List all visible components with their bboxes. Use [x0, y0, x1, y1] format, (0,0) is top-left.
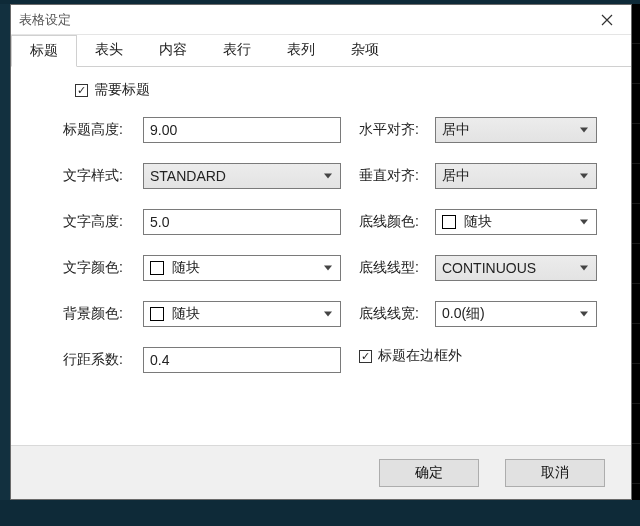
- line-spacing-input[interactable]: 0.4: [143, 347, 341, 373]
- line-type-label: 底线线型:: [359, 259, 435, 277]
- line-width-select[interactable]: 0.0(细): [435, 301, 597, 327]
- line-color-label: 底线颜色:: [359, 213, 435, 231]
- tab-misc[interactable]: 杂项: [333, 35, 397, 66]
- ok-button[interactable]: 确定: [379, 459, 479, 487]
- tab-column[interactable]: 表列: [269, 35, 333, 66]
- line-color-select[interactable]: 随块: [435, 209, 597, 235]
- color-swatch-icon: [150, 261, 164, 275]
- line-color-value: 随块: [464, 213, 492, 231]
- bg-color-label: 背景颜色:: [63, 305, 143, 323]
- text-color-select[interactable]: 随块: [143, 255, 341, 281]
- dialog-footer: 确定 取消: [11, 445, 631, 499]
- bg-color-value: 随块: [172, 305, 200, 323]
- close-icon: [601, 14, 613, 26]
- title-outside-checkbox[interactable]: ✓: [359, 350, 372, 363]
- line-width-label: 底线线宽:: [359, 305, 435, 323]
- text-height-label: 文字高度:: [63, 213, 143, 231]
- halign-label: 水平对齐:: [359, 121, 435, 139]
- valign-label: 垂直对齐:: [359, 167, 435, 185]
- line-spacing-label: 行距系数:: [63, 351, 143, 369]
- color-swatch-icon: [150, 307, 164, 321]
- cancel-button[interactable]: 取消: [505, 459, 605, 487]
- need-title-label: 需要标题: [94, 81, 150, 99]
- title-outside-label: 标题在边框外: [378, 347, 462, 365]
- title-height-label: 标题高度:: [63, 121, 143, 139]
- tab-pane-title: ✓ 需要标题 标题高度: 9.00 文字样式: STANDARD 文字高度: 5…: [11, 67, 631, 401]
- text-color-value: 随块: [172, 259, 200, 277]
- table-settings-dialog: 表格设定 标题 表头 内容 表行 表列 杂项 ✓ 需要标题 标题高度:: [10, 4, 632, 500]
- window-title: 表格设定: [19, 11, 71, 29]
- tab-strip: 标题 表头 内容 表行 表列 杂项: [11, 35, 631, 67]
- text-style-label: 文字样式:: [63, 167, 143, 185]
- left-column: 标题高度: 9.00 文字样式: STANDARD 文字高度: 5.0 文字颜色…: [63, 117, 341, 393]
- bg-color-select[interactable]: 随块: [143, 301, 341, 327]
- tab-row[interactable]: 表行: [205, 35, 269, 66]
- valign-select[interactable]: 居中: [435, 163, 597, 189]
- color-swatch-icon: [442, 215, 456, 229]
- halign-select[interactable]: 居中: [435, 117, 597, 143]
- text-color-label: 文字颜色:: [63, 259, 143, 277]
- title-height-input[interactable]: 9.00: [143, 117, 341, 143]
- line-type-select[interactable]: CONTINUOUS: [435, 255, 597, 281]
- titlebar: 表格设定: [11, 5, 631, 35]
- right-column: 水平对齐: 居中 垂直对齐: 居中 底线颜色: 随块: [359, 117, 597, 393]
- tab-header[interactable]: 表头: [77, 35, 141, 66]
- text-height-input[interactable]: 5.0: [143, 209, 341, 235]
- close-button[interactable]: [589, 8, 625, 32]
- tab-content[interactable]: 内容: [141, 35, 205, 66]
- tab-title[interactable]: 标题: [11, 35, 77, 67]
- need-title-checkbox[interactable]: ✓: [75, 84, 88, 97]
- text-style-select[interactable]: STANDARD: [143, 163, 341, 189]
